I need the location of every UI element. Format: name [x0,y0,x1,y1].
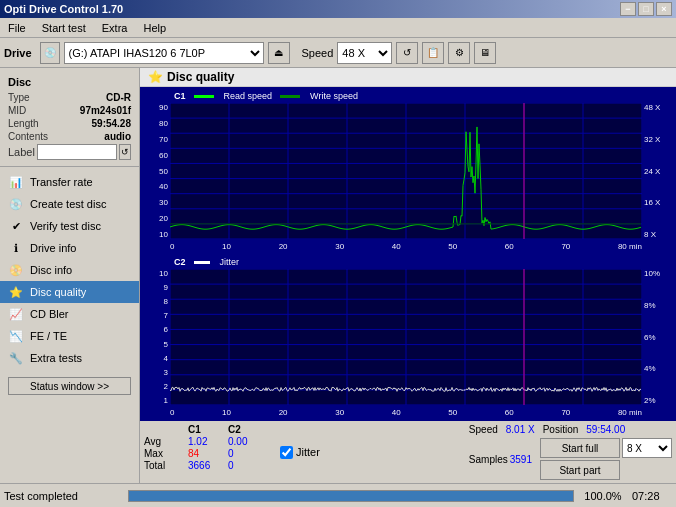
disc-contents-row: Contents audio [8,131,131,142]
sidebar-item-cd-bler[interactable]: 📈 CD Bler [0,303,139,325]
chart2-title: C2 [174,257,186,267]
disc-mid-label: MID [8,105,26,116]
status-bar: Test completed 100.0% 07:28 [0,483,676,507]
jitter-legend-color [194,261,210,264]
speed-label: Speed [469,424,498,435]
sidebar-item-verify-test-disc[interactable]: ✔ Verify test disc [0,215,139,237]
position-label: Position [543,424,579,435]
disc-mid-value: 97m24s01f [80,105,131,116]
menu-extra[interactable]: Extra [98,21,132,35]
disc-contents-label: Contents [8,131,48,142]
stats-max-c1: 84 [188,448,224,459]
drive-info-icon: ℹ [8,240,24,256]
title-bar-buttons: − □ × [620,2,672,16]
disc-label-row: Label ↺ [8,144,131,160]
label-refresh-button[interactable]: ↺ [119,144,131,160]
minimize-button[interactable]: − [620,2,636,16]
sidebar-item-extra-tests[interactable]: 🔧 Extra tests [0,347,139,369]
stats-max-c2: 0 [228,448,264,459]
sidebar-item-label-cd-bler: CD Bler [30,308,69,320]
chart2-y-labels-right: 10% 8% 6% 4% 2% [642,269,674,405]
start-full-row: Start full 8 X [540,438,672,458]
sidebar-item-fe-te[interactable]: 📉 FE / TE [0,325,139,347]
start-part-button[interactable]: Start part [540,460,620,480]
disc-type-label: Type [8,92,30,103]
maximize-button[interactable]: □ [638,2,654,16]
disc-quality-header-icon: ⭐ [148,70,163,84]
menu-start-test[interactable]: Start test [38,21,90,35]
disc-contents-value: audio [104,131,131,142]
create-test-disc-icon: 💿 [8,196,24,212]
window-title: Opti Drive Control 1.70 [4,3,123,15]
stats-header-c1: C1 [188,424,224,435]
stats-grid: C1 C2 Avg 1.02 0.00 Max 84 0 Total 3666 … [144,424,264,471]
controls-row: Samples 3591 Start full 8 X Start part [469,438,672,480]
chart1-container: C1 Read speed Write speed 90 80 70 60 50… [142,89,674,253]
disc-type-value: CD-R [106,92,131,103]
chart1-x-labels: 0 10 20 30 40 50 60 70 80 min [170,242,642,251]
disc-length-value: 59:54.28 [92,118,131,129]
chart2-container: C2 Jitter 10 9 8 7 6 5 4 3 2 1 [142,255,674,419]
stats-total-label: Total [144,460,184,471]
content-header: ⭐ Disc quality [140,68,676,87]
drive-select[interactable]: (G:) ATAPI IHAS120 6 7L0P [64,42,264,64]
samples-label: Samples [469,454,508,465]
sidebar-item-label-verify-test-disc: Verify test disc [30,220,101,232]
chart1-legend: C1 Read speed Write speed [174,91,358,101]
jitter-checkbox[interactable] [280,446,293,459]
disc-info-icon: 📀 [8,262,24,278]
speed-select[interactable]: 48 X [337,42,392,64]
info-button[interactable]: 📋 [422,42,444,64]
status-window-button[interactable]: Status window >> [8,377,131,395]
speed-position-row: Speed 8.01 X Position 59:54.00 [469,424,672,435]
position-value: 59:54.00 [586,424,625,435]
disc-label-input[interactable] [37,144,117,160]
right-controls: Speed 8.01 X Position 59:54.00 Samples 3… [469,424,672,480]
progress-bar-fill [129,491,573,501]
transfer-rate-icon: 📊 [8,174,24,190]
close-button[interactable]: × [656,2,672,16]
chart1-y-labels-right: 48 X 32 X 24 X 16 X 8 X [642,103,674,239]
status-text: Test completed [4,490,124,502]
title-bar: Opti Drive Control 1.70 − □ × [0,0,676,18]
menu-help[interactable]: Help [139,21,170,35]
content-title: Disc quality [167,70,234,84]
stats-avg-c1: 1.02 [188,436,224,447]
disc-quality-icon: ⭐ [8,284,24,300]
write-speed-legend-label: Write speed [310,91,358,101]
samples-row: Samples 3591 [469,454,532,465]
start-full-button[interactable]: Start full [540,438,620,458]
status-time: 07:28 [632,490,672,502]
sidebar-item-label-disc-quality: Disc quality [30,286,86,298]
disc-length-row: Length 59:54.28 [8,118,131,129]
main-content: Disc Type CD-R MID 97m24s01f Length 59:5… [0,68,676,483]
refresh-button[interactable]: ↺ [396,42,418,64]
sidebar-item-disc-quality[interactable]: ⭐ Disc quality [0,281,139,303]
sidebar-item-create-test-disc[interactable]: 💿 Create test disc [0,193,139,215]
speed-select-dropdown[interactable]: 8 X [622,438,672,458]
menu-file[interactable]: File [4,21,30,35]
stats-header-c2: C2 [228,424,264,435]
extra-tests-icon: 🔧 [8,350,24,366]
verify-test-disc-icon: ✔ [8,218,24,234]
chart2-x-labels: 0 10 20 30 40 50 60 70 80 min [170,408,642,417]
sidebar-item-disc-info[interactable]: 📀 Disc info [0,259,139,281]
speed-value: 8.01 X [506,424,535,435]
stats-avg-c2: 0.00 [228,436,264,447]
drive-icon-btn[interactable]: 💿 [40,42,60,64]
disc-mid-row: MID 97m24s01f [8,105,131,116]
eject-button[interactable]: ⏏ [268,42,290,64]
jitter-legend-label: Jitter [220,257,240,267]
drive-label: Drive [4,47,32,59]
stats-max-label: Max [144,448,184,459]
stats-avg-label: Avg [144,436,184,447]
sidebar-item-drive-info[interactable]: ℹ Drive info [0,237,139,259]
write-speed-legend-color [280,95,300,98]
chart2-canvas [170,269,642,405]
disc-length-label: Length [8,118,39,129]
speed-label: Speed [302,47,334,59]
sidebar-item-label-create-test-disc: Create test disc [30,198,106,210]
settings-button[interactable]: ⚙ [448,42,470,64]
sidebar-item-transfer-rate[interactable]: 📊 Transfer rate [0,171,139,193]
window-button[interactable]: 🖥 [474,42,496,64]
